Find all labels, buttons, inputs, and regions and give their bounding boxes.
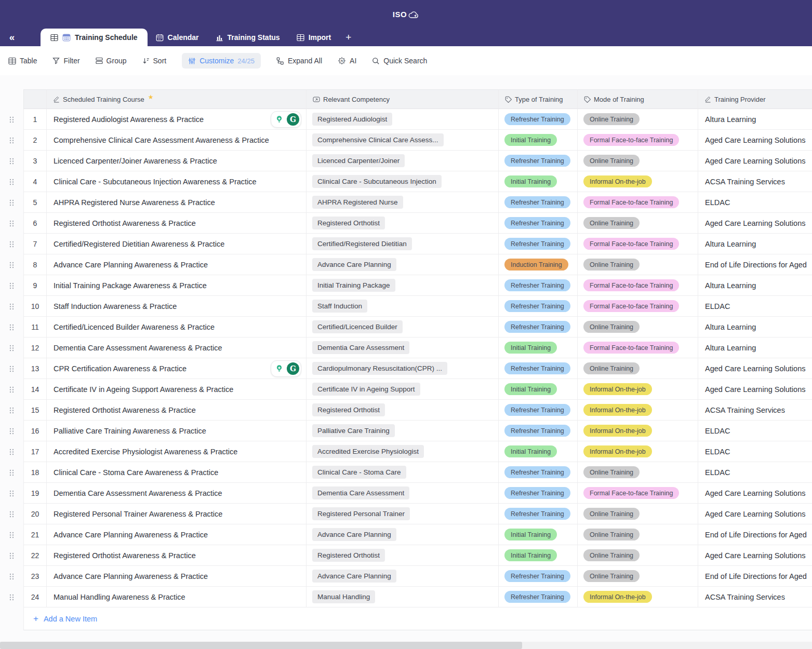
table-view-button[interactable]: Table [8, 57, 37, 65]
course-cell[interactable]: Clinical Care - Stoma Care Awareness & P… [47, 462, 307, 483]
provider-cell[interactable]: Aged Care Learning Solutions [698, 358, 812, 379]
provider-cell[interactable]: ACSA Training Services [698, 587, 812, 607]
group-button[interactable]: Group [96, 57, 127, 65]
type-cell[interactable]: Refresher Training [499, 192, 578, 213]
competency-cell[interactable]: Registered Orthotist [307, 400, 499, 421]
provider-cell[interactable]: Altura Learning [698, 337, 812, 358]
row-number[interactable]: 10 [23, 296, 47, 317]
competency-cell[interactable]: Registered Orthotist [307, 545, 499, 566]
provider-cell[interactable]: ELDAC [698, 462, 812, 483]
extension-badge[interactable]: G [271, 360, 301, 377]
row-drag-handle[interactable] [0, 296, 23, 317]
row-number[interactable]: 4 [23, 171, 47, 192]
row-number[interactable]: 3 [23, 151, 47, 171]
type-cell[interactable]: Induction Training [499, 254, 578, 275]
type-cell[interactable]: Refresher Training [499, 358, 578, 379]
add-view-button[interactable]: + [339, 29, 357, 46]
provider-cell[interactable]: ACSA Training Services [698, 400, 812, 421]
lightbulb-icon[interactable] [273, 362, 285, 375]
competency-cell[interactable]: Initial Training Package [307, 275, 499, 296]
provider-cell[interactable]: Aged Care Learning Solutions [698, 545, 812, 566]
row-number[interactable]: 1 [23, 109, 47, 130]
add-new-item-button[interactable]: + Add a New Item [23, 607, 812, 630]
mode-cell[interactable]: Online Training [578, 524, 698, 545]
competency-cell[interactable]: Licenced Carpenter/Joiner [307, 151, 499, 171]
type-cell[interactable]: Refresher Training [499, 234, 578, 254]
row-number[interactable]: 16 [23, 421, 47, 441]
type-cell[interactable]: Refresher Training [499, 317, 578, 337]
course-cell[interactable]: Initial Training Package Awareness & Pra… [47, 275, 307, 296]
row-drag-handle[interactable] [0, 566, 23, 587]
course-cell[interactable]: Licenced Carpenter/Joiner Awareness & Pr… [47, 151, 307, 171]
horizontal-scrollbar-thumb[interactable] [0, 642, 522, 649]
column-header-mode[interactable]: Mode of Training [578, 89, 698, 109]
mode-cell[interactable]: Formal Face-to-face Training [578, 275, 698, 296]
type-cell[interactable]: Refresher Training [499, 421, 578, 441]
column-header-course[interactable]: Scheduled Training Course ★ [47, 89, 307, 109]
collapse-sidebar-icon[interactable]: « [4, 29, 20, 46]
competency-cell[interactable]: Advance Care Planning [307, 566, 499, 587]
type-cell[interactable]: Initial Training [499, 524, 578, 545]
mode-cell[interactable]: Online Training [578, 462, 698, 483]
row-number[interactable]: 9 [23, 275, 47, 296]
row-drag-handle[interactable] [0, 234, 23, 254]
provider-cell[interactable]: Aged Care Learning Solutions [698, 379, 812, 400]
type-cell[interactable]: Refresher Training [499, 483, 578, 504]
row-drag-handle[interactable] [0, 545, 23, 566]
extension-badge[interactable]: G [271, 111, 301, 128]
competency-cell[interactable]: Clinical Care - Stoma Care [307, 462, 499, 483]
type-cell[interactable]: Initial Training [499, 545, 578, 566]
mode-cell[interactable]: Informal On-the-job [578, 441, 698, 462]
type-cell[interactable]: Initial Training [499, 337, 578, 358]
mode-cell[interactable]: Online Training [578, 504, 698, 524]
ai-button[interactable]: AI AI [338, 57, 356, 65]
row-drag-handle[interactable] [0, 275, 23, 296]
competency-cell[interactable]: Registered Orthotist [307, 213, 499, 234]
mode-cell[interactable]: Online Training [578, 358, 698, 379]
mode-cell[interactable]: Online Training [578, 254, 698, 275]
mode-cell[interactable]: Informal On-the-job [578, 421, 698, 441]
row-drag-handle[interactable] [0, 441, 23, 462]
row-number[interactable]: 14 [23, 379, 47, 400]
tab-training-schedule[interactable]: Training Schedule [41, 29, 148, 46]
competency-cell[interactable]: Dementia Care Assessment [307, 337, 499, 358]
competency-cell[interactable]: Registered Personal Trainer [307, 504, 499, 524]
competency-cell[interactable]: Dementia Care Assessment [307, 483, 499, 504]
competency-cell[interactable]: AHPRA Registered Nurse [307, 192, 499, 213]
course-cell[interactable]: Advance Care Planning Awareness & Practi… [47, 524, 307, 545]
type-cell[interactable]: Refresher Training [499, 109, 578, 130]
course-cell[interactable]: Accredited Exercise Physiologist Awarene… [47, 441, 307, 462]
provider-cell[interactable]: ELDAC [698, 192, 812, 213]
row-drag-handle[interactable] [0, 587, 23, 607]
row-number[interactable]: 13 [23, 358, 47, 379]
row-number[interactable]: 7 [23, 234, 47, 254]
column-header-type[interactable]: Type of Training [499, 89, 578, 109]
mode-cell[interactable]: Online Training [578, 566, 698, 587]
competency-cell[interactable]: Clinical Care - Subcutaneous Injection [307, 171, 499, 192]
competency-cell[interactable]: Accredited Exercise Physiologist [307, 441, 499, 462]
course-cell[interactable]: Advance Care Planning Awareness & Practi… [47, 254, 307, 275]
grammarly-icon[interactable]: G [287, 362, 299, 375]
row-number[interactable]: 15 [23, 400, 47, 421]
mode-cell[interactable]: Informal On-the-job [578, 171, 698, 192]
lightbulb-icon[interactable] [273, 113, 285, 126]
row-number[interactable]: 19 [23, 483, 47, 504]
type-cell[interactable]: Refresher Training [499, 275, 578, 296]
row-number[interactable]: 20 [23, 504, 47, 524]
column-header-competency[interactable]: Relevant Competency [307, 89, 499, 109]
competency-cell[interactable]: Comprehensive Clinical Care Assess... [307, 130, 499, 151]
mode-cell[interactable]: Online Training [578, 545, 698, 566]
competency-cell[interactable]: Manual Handling [307, 587, 499, 607]
grammarly-icon[interactable]: G [287, 113, 299, 126]
row-drag-handle[interactable] [0, 130, 23, 151]
row-drag-handle[interactable] [0, 524, 23, 545]
competency-cell[interactable]: Certificate IV in Ageing Support [307, 379, 499, 400]
row-drag-handle[interactable] [0, 151, 23, 171]
mode-cell[interactable]: Informal On-the-job [578, 400, 698, 421]
row-number[interactable]: 17 [23, 441, 47, 462]
row-drag-handle[interactable] [0, 504, 23, 524]
type-cell[interactable]: Initial Training [499, 130, 578, 151]
row-number[interactable]: 22 [23, 545, 47, 566]
competency-cell[interactable]: Staff Induction [307, 296, 499, 317]
row-drag-handle[interactable] [0, 192, 23, 213]
